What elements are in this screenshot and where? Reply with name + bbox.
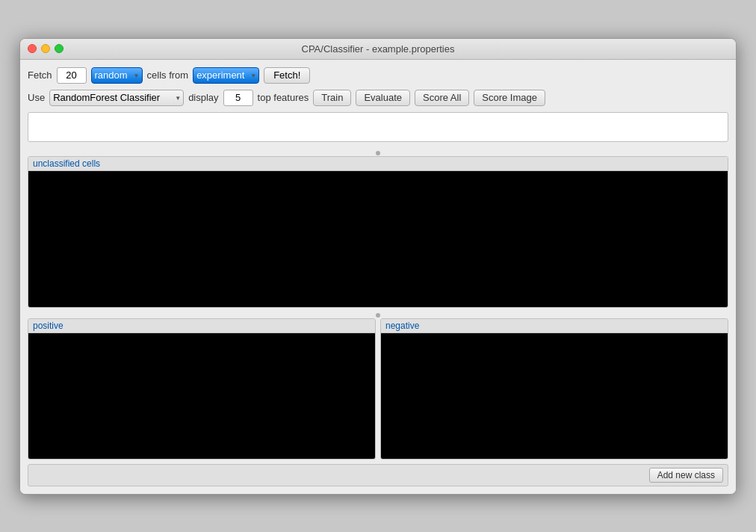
classified-sections-row: positive negative — [28, 318, 728, 460]
bottom-bar: Add new class — [28, 464, 728, 486]
fetch-button[interactable]: Fetch! — [264, 67, 310, 84]
negative-header: negative — [381, 319, 728, 333]
unclassified-section: unclassified cells — [28, 156, 728, 308]
fetch-number-input[interactable] — [57, 67, 87, 84]
random-select[interactable]: random all — [91, 67, 143, 84]
score-all-button[interactable]: Score All — [415, 90, 469, 106]
maximize-button[interactable] — [55, 44, 63, 53]
minimize-button[interactable] — [41, 44, 50, 53]
window-content: Fetch random all cells from experiment F… — [20, 60, 736, 494]
window-title: CPA/Classifier - example.properties — [302, 43, 455, 55]
experiment-select[interactable]: experiment — [193, 67, 259, 84]
random-select-wrapper: random all — [91, 67, 143, 84]
negative-canvas[interactable] — [381, 333, 728, 459]
score-image-button[interactable]: Score Image — [474, 90, 545, 106]
evaluate-button[interactable]: Evaluate — [356, 90, 410, 106]
middle-divider-handle[interactable] — [28, 312, 728, 318]
train-button[interactable]: Train — [313, 90, 351, 106]
cells-from-label: cells from — [147, 69, 189, 81]
unclassified-label: unclassified cells — [33, 158, 100, 169]
display-number-input[interactable] — [223, 90, 253, 106]
middle-divider-dot — [376, 313, 380, 318]
classifier-select[interactable]: RandomForest Classifier SVM Classifier N… — [49, 90, 184, 106]
experiment-select-wrapper: experiment — [193, 67, 259, 84]
unclassified-header: unclassified cells — [28, 157, 728, 171]
close-button[interactable] — [28, 44, 37, 53]
positive-section: positive — [28, 318, 376, 460]
positive-label: positive — [33, 321, 63, 331]
negative-label: negative — [385, 321, 419, 331]
positive-canvas[interactable] — [28, 333, 375, 459]
fetch-label: Fetch — [28, 69, 52, 81]
negative-section: negative — [380, 318, 728, 460]
top-features-label: top features — [258, 92, 309, 103]
main-window: CPA/Classifier - example.properties Fetc… — [19, 38, 737, 495]
fetch-toolbar-row: Fetch random all cells from experiment F… — [28, 67, 728, 84]
status-textarea[interactable] — [28, 112, 728, 142]
top-divider-handle[interactable] — [28, 150, 728, 156]
traffic-lights — [28, 44, 63, 53]
classifier-select-wrapper: RandomForest Classifier SVM Classifier N… — [49, 90, 184, 106]
add-class-button[interactable]: Add new class — [649, 468, 723, 483]
divider-dot — [376, 151, 380, 155]
title-bar: CPA/Classifier - example.properties — [20, 39, 736, 60]
status-area-row — [28, 112, 728, 144]
classifier-toolbar-row: Use RandomForest Classifier SVM Classifi… — [28, 90, 728, 106]
positive-header: positive — [28, 319, 375, 333]
unclassified-canvas[interactable] — [28, 171, 728, 307]
display-label: display — [188, 92, 218, 103]
use-label: Use — [28, 92, 45, 103]
